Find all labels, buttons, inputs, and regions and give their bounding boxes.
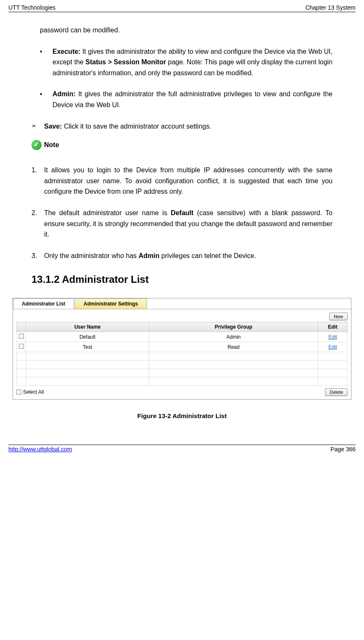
note-number-1: 1.: [31, 165, 44, 197]
arrow-save-text: Save: Click it to save the administrator…: [44, 121, 211, 132]
bullet-admin: • Admin: It gives the administrator the …: [40, 89, 333, 110]
tabs-bar: Administrator List Administrator Setting…: [13, 298, 351, 309]
select-all-label: Select All: [23, 389, 44, 395]
table-bottom-row: Select All Delete: [13, 386, 351, 396]
note-item-2: 2. The default administrator user name i…: [31, 208, 333, 240]
note-text-3b: privileges can telnet the Device.: [160, 252, 256, 259]
table-row-empty: [17, 352, 348, 361]
note-text-2: The default administrator user name is D…: [44, 208, 333, 240]
note-number-2: 2.: [31, 208, 44, 240]
table-row-empty: [17, 361, 348, 369]
note-callout: Note: [31, 140, 333, 150]
cell-privilege: Admin: [149, 332, 318, 342]
note-text-2a: The default administrator user name is: [44, 209, 171, 216]
bullet-admin-label: Admin:: [52, 90, 76, 97]
bullet-execute-bold: Status > Session Monitor: [86, 58, 166, 66]
admin-table: User Name Privilege Group Edit Default A…: [16, 322, 348, 386]
table-header-checkbox: [17, 322, 26, 332]
admin-list-screenshot: Administrator List Administrator Setting…: [13, 298, 351, 400]
figure-caption: Figure 13-2 Administrator List: [31, 412, 333, 419]
note-text-2-bold: Default: [171, 209, 194, 216]
cell-privilege: Read: [149, 342, 318, 352]
delete-button[interactable]: Delete: [325, 388, 348, 396]
arrow-icon: ➢: [31, 121, 44, 132]
table-row: Default Admin Edit: [17, 332, 348, 342]
arrow-save-body: Click it to save the administrator accou…: [62, 123, 212, 130]
arrow-save-label: Save:: [44, 123, 62, 130]
edit-link[interactable]: Edit: [328, 344, 337, 350]
cell-username: Test: [26, 342, 149, 352]
note-text-3a: Only the administrator who has: [44, 252, 139, 259]
row-checkbox[interactable]: [19, 334, 24, 339]
note-text-3: Only the administrator who has Admin pri…: [44, 250, 333, 261]
table-header-privilege: Privilege Group: [149, 322, 318, 332]
note-number-3: 3.: [31, 250, 44, 261]
footer-link[interactable]: http://www.uttglobal.com: [8, 446, 72, 453]
bullet-admin-text: Admin: It gives the administrator the fu…: [52, 89, 333, 110]
bullet-dot-icon: •: [40, 46, 52, 79]
bullet-execute-text: Execute: It gives the administrator the …: [52, 46, 333, 79]
cell-username: Default: [26, 332, 149, 342]
select-all-checkbox[interactable]: [16, 390, 21, 395]
bullet-execute-label: Execute:: [52, 48, 81, 55]
page-header: UTT Technologies Chapter 13 System: [8, 4, 356, 12]
note-label: Note: [44, 141, 59, 149]
bullet-execute: • Execute: It gives the administrator th…: [40, 46, 333, 79]
checkmark-icon: [31, 140, 42, 150]
tab-administrator-list[interactable]: Administrator List: [13, 298, 74, 309]
page-footer: http://www.uttglobal.com Page 366: [8, 445, 356, 453]
bullet-dot-icon: •: [40, 89, 52, 110]
table-row-empty: [17, 377, 348, 386]
tab-administrator-settings[interactable]: Administrator Settings: [75, 298, 147, 309]
paragraph-continuation: password can be modified.: [40, 25, 333, 36]
note-item-1: 1. It allows you to login to the Device …: [31, 165, 333, 197]
footer-page-number: Page 366: [330, 446, 356, 453]
page-content: password can be modified. • Execute: It …: [8, 25, 356, 419]
table-header-username: User Name: [26, 322, 149, 332]
table-header-edit: Edit: [318, 322, 348, 332]
table-row: Test Read Edit: [17, 342, 348, 352]
note-text-1: It allows you to login to the Device fro…: [44, 165, 333, 197]
table-row-empty: [17, 369, 348, 377]
row-checkbox[interactable]: [19, 344, 24, 349]
edit-link[interactable]: Edit: [328, 334, 337, 340]
header-right: Chapter 13 System: [305, 4, 356, 11]
header-left: UTT Technologies: [8, 4, 55, 11]
new-button[interactable]: New: [329, 313, 348, 320]
select-all-group: Select All: [16, 389, 44, 395]
arrow-save: ➢ Save: Click it to save the administrat…: [31, 121, 333, 132]
table-header-row: User Name Privilege Group Edit: [17, 322, 348, 332]
bullet-admin-body: It gives the administrator the full admi…: [52, 90, 333, 108]
note-item-3: 3. Only the administrator who has Admin …: [31, 250, 333, 261]
note-text-3-bold: Admin: [139, 252, 160, 259]
section-heading: 13.1.2 Administrator List: [31, 274, 333, 285]
